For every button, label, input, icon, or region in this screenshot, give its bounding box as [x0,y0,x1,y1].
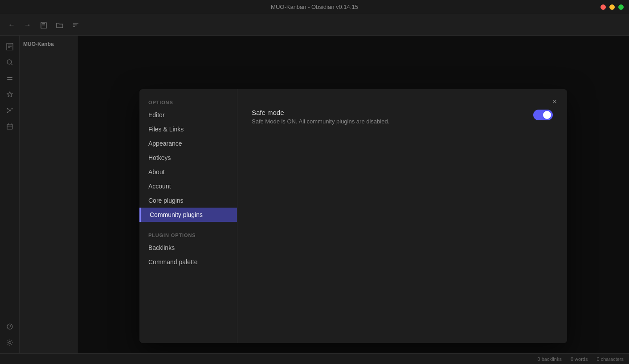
nav-item-core-plugins[interactable]: Core plugins [139,193,237,208]
settings-content: Safe mode Safe Mode is ON. All community… [237,89,567,343]
starred-icon[interactable] [3,87,17,102]
safe-mode-toggle[interactable] [533,110,553,120]
toolbar: ← → [0,14,629,36]
svg-text:?: ? [8,324,11,329]
sort-button[interactable] [69,19,82,31]
svg-point-10 [7,60,12,64]
open-folder-button[interactable] [53,19,66,31]
settings-icon[interactable] [3,335,17,350]
modal-overlay: × OPTIONS Editor Files & Links Appearanc… [78,36,629,353]
title-bar: MUO-Kanban - Obsidian v0.14.15 [0,0,629,14]
svg-line-19 [8,109,9,110]
window-title: MUO-Kanban - Obsidian v0.14.15 [271,4,358,10]
nav-item-account[interactable]: Account [139,179,237,193]
content-area: × OPTIONS Editor Files & Links Appearanc… [78,36,629,353]
svg-rect-0 [41,22,46,29]
search-icon[interactable] [3,55,17,70]
plugin-options-section-label: PLUGIN OPTIONS [139,229,237,241]
new-note-button[interactable] [37,19,50,31]
settings-dialog: × OPTIONS Editor Files & Links Appearanc… [139,89,567,343]
svg-line-11 [11,64,12,65]
safe-mode-name: Safe mode [252,109,389,116]
file-tree: MUO-Kanba [20,36,78,353]
svg-point-16 [7,108,8,110]
graph-icon[interactable] [3,103,17,118]
back-button[interactable]: ← [5,19,18,31]
word-count: 0 words [571,356,588,362]
char-count: 0 characters [596,356,624,362]
tags-icon[interactable] [3,71,17,86]
minimize-button[interactable] [609,4,615,10]
nav-item-files-links[interactable]: Files & Links [139,122,237,136]
nav-item-backlinks[interactable]: Backlinks [139,241,237,255]
toggle-track [533,110,553,120]
nav-item-command-palette[interactable]: Command palette [139,255,237,269]
main-layout: ? MUO-Kanba × OPTIONS Editor [0,36,629,353]
svg-rect-13 [7,79,12,80]
status-bar: 0 backlinks 0 words 0 characters [0,353,629,364]
backlinks-count: 0 backlinks [538,356,562,362]
nav-item-editor[interactable]: Editor [139,108,237,122]
nav-item-hotkeys[interactable]: Hotkeys [139,151,237,165]
options-section-label: OPTIONS [139,96,237,108]
help-icon[interactable]: ? [3,319,17,334]
settings-close-button[interactable]: × [548,95,561,108]
svg-point-18 [7,112,8,113]
svg-line-20 [10,109,11,110]
safe-mode-desc: Safe Mode is ON. All community plugins a… [252,118,389,125]
svg-point-28 [8,342,11,344]
settings-nav: OPTIONS Editor Files & Links Appearance … [139,89,237,343]
maximize-button[interactable] [618,4,624,10]
safe-mode-info: Safe mode Safe Mode is ON. All community… [252,109,389,125]
toggle-thumb [543,111,551,119]
calendar-icon[interactable] [3,119,17,134]
safe-mode-row: Safe mode Safe Mode is ON. All community… [252,102,553,132]
sidebar-icons: ? [0,36,20,353]
nav-item-appearance[interactable]: Appearance [139,136,237,151]
svg-rect-6 [7,43,13,50]
nav-item-about[interactable]: About [139,165,237,179]
close-button[interactable] [600,4,606,10]
vault-name: MUO-Kanba [23,39,74,49]
svg-point-17 [11,108,12,110]
files-icon[interactable] [3,39,17,53]
svg-line-21 [8,111,9,112]
nav-item-community-plugins[interactable]: Community plugins [139,208,237,222]
window-controls [600,4,624,10]
svg-rect-12 [7,77,12,78]
svg-rect-22 [7,124,12,129]
forward-button[interactable]: → [21,19,34,31]
svg-marker-14 [7,92,12,97]
